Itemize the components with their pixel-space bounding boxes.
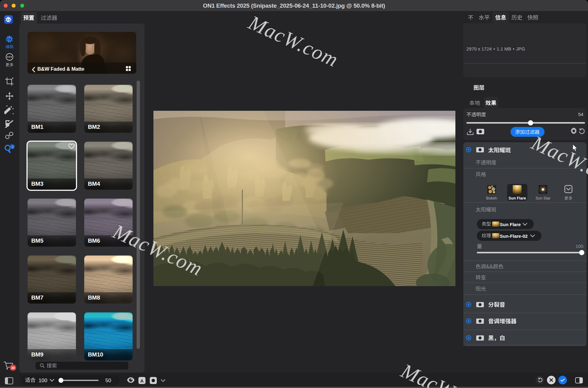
svg-text:FX: FX — [7, 18, 10, 21]
svg-text:FX: FX — [7, 38, 11, 41]
